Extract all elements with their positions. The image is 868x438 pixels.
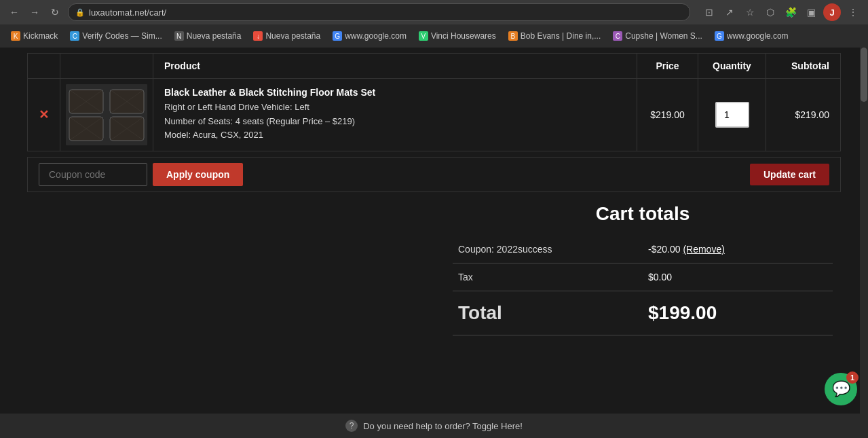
layout-icon[interactable]: ▣ (803, 4, 819, 20)
product-detail3: Model: Acura, CSX, 2021 (164, 128, 626, 143)
product-detail1: Right or Left Hand Drive Vehicle: Left (164, 101, 626, 115)
extension-icon[interactable]: ⬡ (762, 4, 778, 20)
table-row: ✕ (28, 79, 841, 151)
product-image (66, 84, 147, 145)
chat-button[interactable]: 💬 1 (825, 373, 857, 405)
total-value: $199.00 (643, 291, 833, 335)
bookmark-google1[interactable]: G www.google.com (327, 30, 412, 42)
nueva2-favicon: ↓ (253, 31, 263, 41)
apply-coupon-button[interactable]: Apply coupon (153, 163, 243, 186)
bookmark-kickmack-label: Kickmack (23, 31, 58, 41)
coupon-amount: -$20.00 (648, 244, 683, 255)
quantity-cell: 1 (698, 79, 766, 151)
chat-icon: 💬 (832, 380, 850, 398)
help-text: Do you need help to order? Toggle Here! (363, 421, 523, 431)
tax-label: Tax (453, 263, 643, 291)
cart-totals-section: Cart totals Coupon: 2022success -$20.00 … (453, 203, 833, 335)
totals-table: Coupon: 2022success -$20.00 (Remove) Tax… (453, 236, 833, 335)
bookmark-bobevans-label: Bob Evans | Dine in,... (521, 31, 601, 41)
cast-icon[interactable]: ⊡ (701, 4, 717, 20)
bookmarks-bar: K Kickmack C Verify Codes — Sim... N Nue… (0, 24, 868, 48)
verify-favicon: C (70, 31, 79, 41)
cart-totals-wrapper: Cart totals Coupon: 2022success -$20.00 … (0, 203, 868, 335)
coupon-value: -$20.00 (Remove) (643, 236, 833, 263)
cart-totals-title: Cart totals (453, 203, 833, 225)
bookmark-cupshe-label: Cupshe | Women S... (625, 31, 702, 41)
remove-coupon-link[interactable]: (Remove) (683, 244, 724, 255)
share-icon[interactable]: ↗ (721, 4, 738, 20)
product-detail2: Number of Seats: 4 seats (Regular Price … (164, 115, 626, 129)
bookmark-verify-label: Verify Codes — Sim... (82, 31, 162, 41)
product-image-svg (66, 84, 147, 145)
browser-chrome: ← → ↻ 🔒 luxautomat.net/cart/ ⊡ ↗ ☆ ⬡ 🧩 ▣… (0, 0, 868, 48)
svg-rect-16 (110, 117, 144, 141)
svg-rect-13 (69, 90, 103, 113)
cart-table: Product Price Quantity Subtotal ✕ (27, 53, 841, 151)
col-remove (28, 54, 60, 79)
col-image (60, 54, 153, 79)
nueva1-favicon: N (174, 31, 184, 41)
col-quantity: Quantity (698, 54, 766, 79)
col-subtotal: Subtotal (766, 54, 841, 79)
help-icon: ? (345, 420, 358, 432)
bookmark-kickmack[interactable]: K Kickmack (5, 30, 63, 42)
help-bar[interactable]: ? Do you need help to order? Toggle Here… (0, 414, 868, 438)
coupon-label: Coupon: 2022success (453, 236, 643, 263)
bobevans-favicon: B (508, 31, 518, 41)
bookmark-nueva2-label: Nueva pestaña (265, 31, 320, 41)
bookmark-cupshe[interactable]: C Cupshe | Women S... (607, 30, 708, 42)
coupon-row-totals: Coupon: 2022success -$20.00 (Remove) (453, 236, 833, 263)
page-content: Product Price Quantity Subtotal ✕ (0, 53, 868, 335)
cupshe-favicon: C (613, 31, 622, 41)
coupon-left: Apply coupon (39, 163, 243, 186)
bookmark-icon[interactable]: ☆ (742, 4, 758, 20)
back-button[interactable]: ← (7, 5, 22, 20)
url-text: luxautomat.net/cart/ (89, 7, 166, 18)
browser-top-bar: ← → ↻ 🔒 luxautomat.net/cart/ ⊡ ↗ ☆ ⬡ 🧩 ▣… (0, 0, 868, 24)
update-cart-button[interactable]: Update cart (750, 164, 829, 185)
col-price: Price (637, 54, 698, 79)
remove-item-button[interactable]: ✕ (39, 107, 49, 122)
forward-button[interactable]: → (27, 5, 42, 20)
bookmark-nueva2[interactable]: ↓ Nueva pestaña (248, 30, 326, 42)
scrollbar-thumb[interactable] (861, 48, 867, 102)
bookmark-google2-label: www.google.com (727, 31, 789, 41)
chat-badge: 1 (846, 371, 858, 384)
menu-icon[interactable]: ⋮ (845, 4, 861, 20)
kickmack-favicon: K (11, 31, 20, 41)
tax-value: $0.00 (643, 263, 833, 291)
quantity-input[interactable]: 1 (715, 102, 749, 128)
svg-rect-15 (69, 117, 103, 141)
bookmark-bobevans[interactable]: B Bob Evans | Dine in,... (503, 30, 607, 42)
subtotal-cell: $219.00 (766, 79, 841, 151)
col-product: Product (153, 54, 637, 79)
total-row: Total $199.00 (453, 291, 833, 335)
tax-row: Tax $0.00 (453, 263, 833, 291)
bookmark-vinci[interactable]: V Vinci Housewares (413, 30, 502, 42)
bookmark-vinci-label: Vinci Housewares (431, 31, 496, 41)
scrollbar-track[interactable] (860, 48, 868, 414)
lock-icon: 🔒 (75, 8, 85, 17)
bookmark-google2[interactable]: G www.google.com (709, 30, 794, 42)
google1-favicon: G (333, 31, 342, 41)
bookmark-nueva1-label: Nueva pestaña (187, 31, 242, 41)
bookmark-nueva1[interactable]: N Nueva pestaña (169, 30, 247, 42)
profile-button[interactable]: J (823, 3, 841, 21)
browser-icons: ⊡ ↗ ☆ ⬡ 🧩 ▣ J ⋮ (701, 3, 861, 21)
remove-cell: ✕ (28, 79, 60, 151)
coupon-input[interactable] (39, 163, 147, 186)
coupon-row: Apply coupon Update cart (27, 157, 841, 192)
vinci-favicon: V (419, 31, 428, 41)
bookmark-google1-label: www.google.com (345, 31, 407, 41)
puzzle-icon[interactable]: 🧩 (782, 4, 799, 20)
price-cell: $219.00 (637, 79, 698, 151)
product-name: Black Leather & Black Stitching Floor Ma… (164, 87, 626, 98)
google2-favicon: G (715, 31, 724, 41)
product-image-cell (60, 79, 153, 151)
bookmark-verify[interactable]: C Verify Codes — Sim... (64, 30, 167, 42)
reload-button[interactable]: ↻ (48, 5, 62, 20)
total-label: Total (453, 291, 643, 335)
product-details-cell: Black Leather & Black Stitching Floor Ma… (153, 79, 637, 151)
address-bar[interactable]: 🔒 luxautomat.net/cart/ (68, 3, 690, 21)
svg-rect-14 (110, 90, 144, 113)
